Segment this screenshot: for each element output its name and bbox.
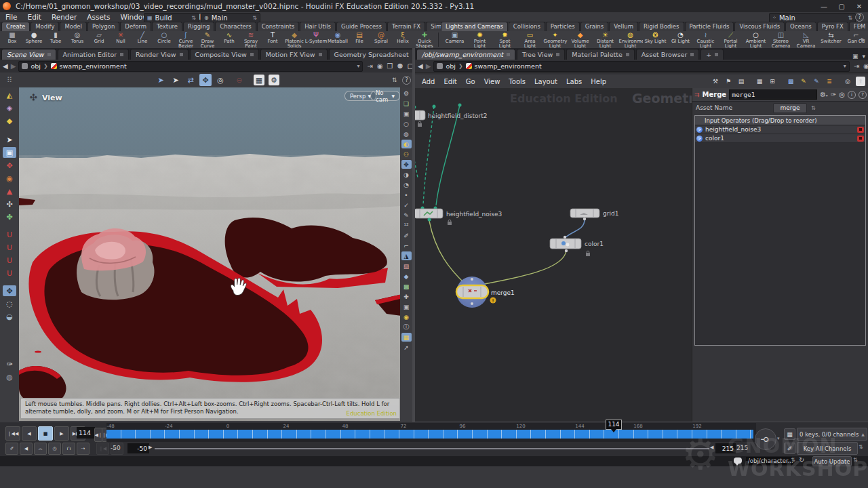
viewport-side-tool-icon[interactable]: ▣ bbox=[3, 147, 16, 158]
shelf-tool[interactable]: ◺ VR Camera bbox=[793, 31, 818, 48]
tab-close-icon[interactable] bbox=[690, 53, 694, 56]
tab-close-icon[interactable] bbox=[626, 53, 629, 56]
shelf-tool[interactable]: ≋ Spray Paint bbox=[240, 31, 262, 48]
pane-tab[interactable]: Material Palette bbox=[566, 49, 635, 60]
nav-back-icon[interactable]: ◀ bbox=[418, 62, 423, 70]
pane-layout-icon[interactable]: ▣ bbox=[852, 53, 859, 60]
tab-close-icon[interactable] bbox=[319, 53, 322, 56]
display-option-icon[interactable]: ▩ bbox=[401, 282, 412, 291]
network-tool-icon[interactable]: ≣ bbox=[825, 77, 834, 86]
shelf-tool[interactable]: ∿ Path bbox=[218, 31, 240, 48]
shelf-tab[interactable]: Collisions bbox=[509, 22, 545, 31]
viewport-side-tool-icon[interactable]: ✥ bbox=[3, 285, 16, 296]
viewport-side-tool-icon[interactable]: ➤ bbox=[3, 134, 16, 145]
playbar-option-icon[interactable]: ✐ bbox=[5, 443, 18, 455]
keys-info-dropdown[interactable]: 0 keys, 0/0 channels ▲ bbox=[797, 428, 867, 441]
shelf-tool[interactable]: ʃ Curve Bezier bbox=[175, 31, 197, 48]
radial-help-icon[interactable]: ? bbox=[855, 13, 864, 22]
viewport-tool-icon[interactable]: ⇄ bbox=[184, 74, 197, 86]
node-heightfield-noise3[interactable]: heightfield_noise3 bbox=[415, 207, 502, 226]
timeline-track[interactable]: -48-24024487296120144168192 114 bbox=[106, 423, 756, 442]
close-button[interactable]: ✕ bbox=[850, 3, 868, 10]
shelf-tool[interactable]: T Font bbox=[262, 31, 283, 48]
display-option-icon[interactable]: ◑ bbox=[401, 170, 412, 179]
radial-menu-selector[interactable]: ⁘ Main ⇅ bbox=[769, 13, 856, 22]
context-path-field[interactable]: /obj/character... bbox=[746, 457, 793, 465]
shelf-tab[interactable]: Particles bbox=[546, 22, 580, 31]
range-start-field[interactable]: -50 bbox=[127, 443, 149, 453]
display-option-icon[interactable]: ✎ bbox=[401, 211, 412, 220]
range-handle-left-icon[interactable]: ▶ bbox=[149, 445, 152, 450]
promote-input-icon[interactable]: ➚ bbox=[696, 127, 703, 133]
shelf-tab[interactable]: Vellum bbox=[609, 22, 638, 31]
info-icon[interactable]: i bbox=[848, 91, 856, 99]
menu-item[interactable]: Edit bbox=[443, 78, 456, 85]
menu-item[interactable]: Edit bbox=[28, 13, 41, 21]
display-option-icon[interactable]: ◮ bbox=[401, 251, 412, 260]
asset-name-dropdown[interactable]: merge bbox=[773, 103, 807, 113]
viewport-side-tool-icon[interactable]: ◈ bbox=[3, 102, 16, 113]
network-tool-icon[interactable]: ⊞ bbox=[768, 77, 777, 86]
desktop-main-selector[interactable]: ⊕ Main ⇅ bbox=[201, 13, 260, 22]
display-option-icon[interactable]: ¹² bbox=[401, 221, 412, 230]
shelf-tabs-overflow-icon[interactable]: ▾ bbox=[860, 23, 863, 29]
display-option-icon[interactable]: ○ bbox=[401, 119, 412, 128]
pane-tab[interactable]: Motion FX View bbox=[260, 49, 328, 60]
shelf-overflow-icon[interactable]: ▶ bbox=[861, 37, 865, 43]
menu-item[interactable]: Layout bbox=[534, 78, 557, 85]
display-option-icon[interactable]: ◐ bbox=[401, 140, 412, 148]
menu-item[interactable]: Add bbox=[422, 78, 435, 85]
shelf-tab[interactable]: Guide Process bbox=[336, 22, 387, 31]
shelf-tab[interactable]: Polygon bbox=[87, 22, 119, 31]
shelf-tool[interactable]: ◫ Stereo Camera bbox=[768, 31, 793, 48]
viewport-side-tool-icon[interactable]: U bbox=[3, 229, 16, 240]
display-option-icon[interactable]: • bbox=[401, 190, 412, 199]
camera-selector[interactable]: No cam ▼ bbox=[370, 91, 400, 101]
shelf-tool[interactable]: ▭ Area Light bbox=[517, 31, 542, 48]
playbar-option-icon[interactable]: ıʼı bbox=[62, 443, 75, 455]
network-tool-icon[interactable]: ▤ bbox=[736, 77, 746, 86]
message-bubble-icon[interactable] bbox=[734, 458, 742, 464]
shelf-tab[interactable]: Grains bbox=[580, 22, 608, 31]
network-tool-icon[interactable]: ⬆ bbox=[856, 77, 865, 86]
pane-tab[interactable]: + bbox=[701, 49, 724, 60]
input-operator-row[interactable]: ➚ heightfield_noise3 bbox=[695, 125, 865, 134]
shelf-tab[interactable]: Terrain FX bbox=[387, 22, 425, 31]
shelf-tool[interactable]: ◔ GI Light bbox=[668, 31, 693, 48]
viewport-tool-icon[interactable]: ▦ bbox=[254, 75, 264, 85]
path-dropdown-icon[interactable]: ▾ bbox=[357, 63, 359, 69]
range-handle-right-icon[interactable]: ◀ bbox=[710, 445, 713, 450]
shelf-tool[interactable]: ╱ Line bbox=[132, 31, 153, 48]
pane-tab[interactable]: Animation Editor bbox=[58, 49, 130, 60]
character-picker-icon[interactable]: ⚉ bbox=[397, 62, 403, 70]
shelf-tab[interactable]: Hair Utils bbox=[300, 22, 336, 31]
view-gizmo-icon[interactable]: ✣ bbox=[30, 92, 37, 102]
viewport-help-icon[interactable]: ? bbox=[402, 76, 411, 85]
menu-item[interactable]: File bbox=[5, 13, 18, 21]
display-option-icon[interactable]: ⌐ bbox=[401, 241, 412, 250]
gear-icon[interactable]: ⚙▾ bbox=[820, 91, 828, 98]
viewport-side-tool-icon[interactable]: ◒ bbox=[3, 311, 16, 322]
playhead-marker[interactable]: 114 bbox=[606, 420, 622, 430]
edit-mode-icon[interactable]: ✑ bbox=[831, 91, 836, 98]
toolbar-grip-icon[interactable]: ⠿ bbox=[7, 76, 13, 85]
viewport-tool-icon[interactable]: ➤ bbox=[170, 74, 182, 86]
display-option-icon[interactable]: ✓ bbox=[401, 201, 412, 209]
key-all-channels-dropdown[interactable]: Key All Channels bbox=[797, 442, 858, 455]
spinner-icon[interactable]: ⇅ bbox=[859, 444, 863, 450]
path-field[interactable]: obj ❯ swamp_environment ▾ bbox=[18, 61, 363, 72]
node-merge1-selected[interactable]: merge1 ! bbox=[456, 277, 515, 308]
tab-close-icon[interactable] bbox=[715, 53, 718, 56]
shelf-tool[interactable]: ✦ Geometry Light bbox=[542, 31, 568, 48]
menu-item[interactable]: Go bbox=[466, 78, 475, 85]
shelf-tool[interactable]: ▤ File bbox=[349, 31, 370, 48]
shelf-tool[interactable]: Ψ L-System bbox=[305, 31, 327, 48]
shelf-tab[interactable]: FEM bbox=[849, 22, 868, 31]
network-tool-icon[interactable]: ▩ bbox=[786, 77, 795, 86]
menu-item[interactable]: Tools bbox=[509, 78, 526, 85]
display-option-icon[interactable]: ◔ bbox=[401, 180, 412, 189]
snapping-options-icon[interactable]: ⇅ bbox=[392, 77, 397, 83]
spinner-icon[interactable]: ⇅ bbox=[811, 105, 816, 111]
shelf-tool[interactable]: ⟋ Portal Light bbox=[718, 31, 743, 48]
playbar-option-icon[interactable]: ⇢ bbox=[77, 443, 90, 455]
